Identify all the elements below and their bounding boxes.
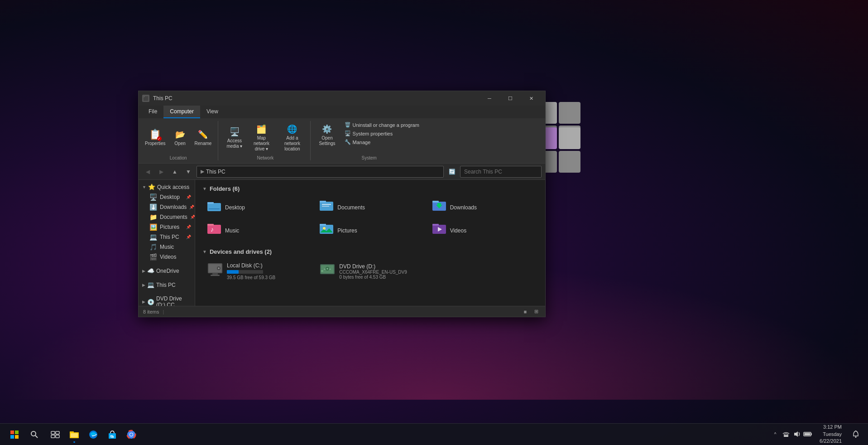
taskbar-store[interactable]: 🛍 <box>103 426 121 444</box>
taskbar-file-explorer[interactable] <box>65 426 83 444</box>
taskbar-chrome[interactable] <box>122 426 140 444</box>
folders-arrow: ▼ <box>202 186 207 191</box>
sidebar-item-music[interactable]: 🎵 Music <box>139 242 195 252</box>
up-button[interactable]: ▲ <box>169 166 180 177</box>
sidebar-item-desktop[interactable]: 🖥️ Desktop 📌 <box>139 192 195 202</box>
drives-arrow: ▼ <box>202 249 207 254</box>
drive-d-icon <box>319 262 336 280</box>
ribbon-tabs: File Computer View <box>139 106 545 118</box>
tray-battery-icon[interactable] <box>803 430 812 439</box>
svg-rect-31 <box>326 268 328 270</box>
sidebar-item-this-pc[interactable]: 💻 This PC 📌 <box>139 232 195 242</box>
tray-chevron[interactable]: ^ <box>771 430 780 439</box>
taskbar: 🛍 ^ <box>0 423 868 445</box>
sys-properties-icon: 🖥️ <box>345 131 351 136</box>
drive-d[interactable]: DVD Drive (D:) CCCOMA_X64FRE_EN-US_DV9 0… <box>315 260 425 283</box>
tab-file[interactable]: File <box>142 106 163 118</box>
taskbar-edge[interactable] <box>84 426 102 444</box>
map-network-button[interactable]: 🗂️ Map networkdrive ▾ <box>247 121 276 154</box>
taskbar-clock[interactable]: 3:12 PM Tuesday 6/22/2021 <box>816 424 845 445</box>
sidebar-item-videos[interactable]: 🎬 Videos <box>139 252 195 262</box>
ribbon-location-buttons: 📋 ✓ Properties 📂 Open ✏️ Rename <box>142 121 214 154</box>
location-group-label: Location <box>142 154 214 160</box>
refresh-button[interactable]: 🔄 <box>446 166 457 177</box>
sidebar-item-downloads[interactable]: ⬇️ Downloads 📌 <box>139 202 195 212</box>
forward-button[interactable]: ▶ <box>156 166 167 177</box>
tray-network-icon[interactable] <box>782 430 791 439</box>
clock-date2: 6/22/2021 <box>820 438 842 445</box>
rename-button[interactable]: ✏️ Rename <box>192 126 215 148</box>
maximize-button[interactable]: ☐ <box>500 91 521 106</box>
quick-access-star-icon: ⭐ <box>148 184 155 190</box>
search-input[interactable] <box>460 166 542 178</box>
open-icon: 📂 <box>174 128 187 141</box>
folder-videos[interactable]: Videos <box>427 220 538 241</box>
desktop-icon: 🖥️ <box>149 193 157 201</box>
recent-button[interactable]: ▼ <box>183 166 194 177</box>
properties-label: Properties <box>145 141 166 146</box>
add-network-icon: 🌐 <box>286 123 298 135</box>
sidebar-item-pictures[interactable]: 🖼️ Pictures 📌 <box>139 222 195 232</box>
dvd-label: DVD Drive (D:) CC <box>156 295 191 306</box>
tile-view-button[interactable]: ⊞ <box>532 307 541 316</box>
sidebar-item-documents[interactable]: 📁 Documents 📌 <box>139 212 195 222</box>
tab-computer[interactable]: Computer <box>163 106 200 118</box>
add-network-button[interactable]: 🌐 Add a networklocation <box>278 121 307 154</box>
back-button[interactable]: ◀ <box>142 166 153 177</box>
status-right: ≡ ⊞ <box>521 307 541 316</box>
onedrive-header[interactable]: ▶ ☁️ OneDrive <box>139 266 195 276</box>
folders-section-header[interactable]: ▼ Folders (6) <box>202 185 538 192</box>
this-pc-nav-icon: 💻 <box>147 281 154 288</box>
dvd-header[interactable]: ▶ 💿 DVD Drive (D:) CC <box>139 294 195 306</box>
quick-access-arrow: ▼ <box>142 185 146 189</box>
system-tray: ^ <box>771 430 812 439</box>
this-pc-arrow: ▶ <box>142 283 145 287</box>
svg-rect-39 <box>51 431 55 434</box>
minimize-button[interactable]: ─ <box>479 91 500 106</box>
folder-pictures[interactable]: Pictures <box>315 220 425 241</box>
map-network-icon: 🗂️ <box>255 123 268 135</box>
manage-button[interactable]: 🔧 Manage <box>342 138 422 146</box>
sys-properties-button[interactable]: 🖥️ System properties <box>342 130 422 137</box>
search-button[interactable] <box>26 426 43 443</box>
this-pc-nav-header[interactable]: ▶ 💻 This PC <box>139 280 195 290</box>
drive-c[interactable]: Local Disk (C:) 39.5 GB free of 59.3 GB <box>202 260 313 283</box>
list-view-button[interactable]: ≡ <box>521 307 530 316</box>
tray-sound-icon[interactable] <box>792 430 801 439</box>
folders-grid: Desktop Documents Downloads <box>202 197 538 241</box>
start-button[interactable] <box>5 426 24 444</box>
svg-rect-44 <box>70 431 74 433</box>
folder-documents[interactable]: Documents <box>315 197 425 218</box>
folder-music[interactable]: ♪ Music <box>202 220 313 241</box>
svg-rect-2 <box>209 208 220 209</box>
pin-icon-4: 📌 <box>186 225 191 229</box>
title-controls: ─ ☐ ✕ <box>479 91 542 106</box>
svg-rect-11 <box>207 225 221 234</box>
path-arrow: ▶ <box>201 169 204 174</box>
access-media-button[interactable]: 🖥️ Accessmedia ▾ <box>224 124 245 151</box>
drives-section-header[interactable]: ▼ Devices and drives (2) <box>202 248 538 255</box>
uninstall-button[interactable]: 🗑️ Uninstall or change a program <box>342 121 422 129</box>
folder-desktop[interactable]: Desktop <box>202 197 313 218</box>
close-button[interactable]: ✕ <box>521 91 542 106</box>
svg-line-38 <box>35 435 38 438</box>
svg-rect-10 <box>437 203 441 205</box>
taskbar-taskview[interactable] <box>46 426 64 444</box>
folder-downloads[interactable]: Downloads <box>427 197 538 218</box>
open-button[interactable]: 📂 Open <box>170 126 190 148</box>
quick-access-header[interactable]: ▼ ⭐ Quick access <box>139 182 195 192</box>
content-panel: ▼ Folders (6) Desktop Documents <box>195 180 545 306</box>
folder-music-name: Music <box>225 227 239 234</box>
network-group-label: Network <box>224 154 307 160</box>
this-pc-section: ▶ 💻 This PC <box>139 278 195 292</box>
properties-button[interactable]: 📋 ✓ Properties <box>142 126 168 148</box>
drive-d-name: DVD Drive (D:) <box>339 263 407 270</box>
folder-pictures-name: Pictures <box>337 227 357 234</box>
notification-button[interactable] <box>849 430 863 439</box>
svg-rect-5 <box>322 204 331 205</box>
rename-icon: ✏️ <box>197 128 209 141</box>
svg-rect-4 <box>320 201 326 203</box>
item-count: 8 items <box>143 309 159 314</box>
tab-view[interactable]: View <box>200 106 225 118</box>
open-settings-button[interactable]: ⚙️ OpenSettings <box>316 121 338 148</box>
